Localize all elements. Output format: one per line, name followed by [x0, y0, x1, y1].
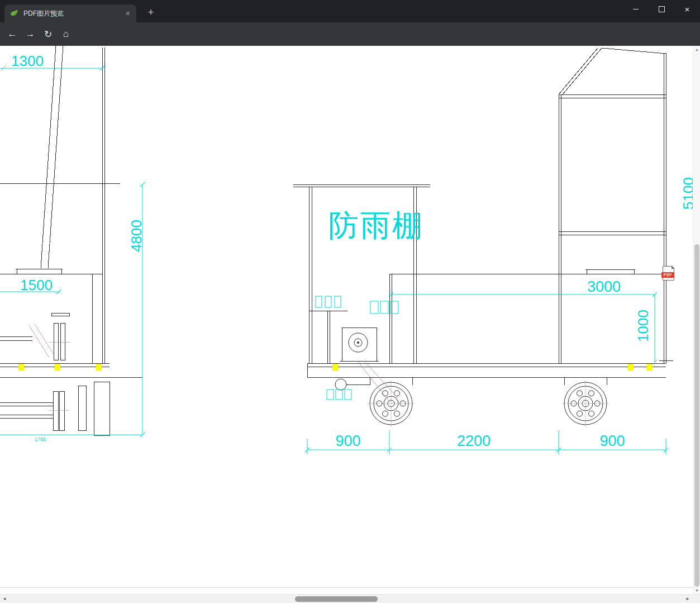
- motor-unit: [335, 327, 379, 390]
- tab-title: PDF图片预览: [23, 9, 124, 18]
- browser-navbar: ← → ↻ ⌂ i localhost:8012/onlinePreview?u…: [0, 22, 700, 46]
- dim-900-right: 900: [599, 433, 625, 449]
- shelter-label: 防雨棚: [328, 208, 424, 242]
- cad-drawing: 1300 1500 4800 1785 防雨棚 900 2200 900 300…: [0, 46, 700, 588]
- dim-1500: 1500: [20, 277, 53, 293]
- pdf-label: PDF: [661, 272, 674, 278]
- new-tab-button[interactable]: +: [144, 6, 158, 19]
- close-button[interactable]: ×: [674, 0, 700, 18]
- dim-1000: 1000: [635, 310, 651, 342]
- wheel-right: [562, 380, 609, 427]
- scroll-up-icon[interactable]: ▲: [693, 48, 700, 51]
- dim-3000: 3000: [587, 278, 621, 295]
- horizontal-scrollbar-thumb[interactable]: [295, 596, 378, 602]
- pdf-fold-corner: [672, 265, 675, 269]
- home-button[interactable]: ⌂: [58, 26, 74, 42]
- back-button[interactable]: ←: [4, 26, 20, 42]
- base-frame: [307, 363, 666, 385]
- vertical-scrollbar-thumb[interactable]: [694, 244, 699, 587]
- scroll-down-icon[interactable]: ▼: [693, 588, 700, 592]
- minimize-button[interactable]: [623, 0, 649, 18]
- browser-titlebar: PDF图片预览 × + ×: [0, 0, 700, 22]
- spring-leaf-favicon: [10, 9, 19, 18]
- wheel-left: [368, 380, 415, 427]
- dim-1300: 1300: [11, 53, 44, 69]
- maximize-button[interactable]: [649, 0, 674, 18]
- forward-button[interactable]: →: [22, 26, 38, 42]
- minimize-icon: [633, 9, 639, 10]
- yellow-highlights: [18, 364, 653, 371]
- maximize-icon: [659, 6, 665, 12]
- close-icon: ×: [685, 5, 690, 13]
- dim-900-left: 900: [335, 433, 360, 449]
- browser-tab[interactable]: PDF图片预览 ×: [4, 4, 136, 22]
- dim-1785: 1785: [35, 436, 46, 442]
- scroll-left-icon[interactable]: ◄: [0, 595, 9, 603]
- scroll-right-icon[interactable]: ►: [683, 595, 692, 603]
- pdf-file-icon[interactable]: PDF: [663, 266, 674, 281]
- reload-button[interactable]: ↻: [40, 26, 56, 42]
- dim-2200: 2200: [457, 433, 491, 449]
- vertical-scrollbar[interactable]: ▲ ▼: [693, 46, 700, 594]
- dimension-lines: [0, 66, 668, 454]
- page-bottom-divider: [0, 587, 693, 588]
- dim-4800: 4800: [128, 220, 145, 252]
- left-elevation: [0, 46, 142, 435]
- page-content: 1300 1500 4800 1785 防雨棚 900 2200 900 300…: [0, 46, 700, 603]
- window-controls: ×: [623, 0, 700, 18]
- horizontal-scrollbar[interactable]: ◄ ►: [0, 594, 700, 603]
- right-elevation: [389, 48, 673, 363]
- tab-close-icon[interactable]: ×: [124, 9, 132, 18]
